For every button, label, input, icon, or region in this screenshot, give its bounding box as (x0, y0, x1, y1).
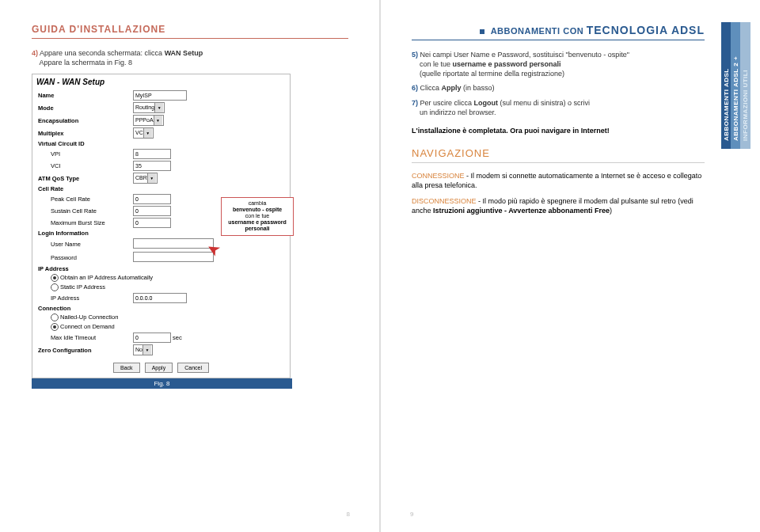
radio-nailed[interactable] (51, 314, 59, 321)
radio-static[interactable] (51, 283, 59, 291)
step6-a: Clicca (420, 84, 442, 92)
input-idle[interactable]: 0 (133, 332, 171, 343)
connessione-para: CONNESSIONE - Il modem si connette autom… (412, 171, 705, 190)
lbl-zero: Zero Configuration (36, 344, 131, 356)
lbl-static: Static IP Address (60, 283, 105, 291)
lbl-cellrate: Cell Rate (36, 184, 286, 193)
step7-b: Logout (474, 99, 499, 107)
step4-bold: WAN Setup (165, 49, 203, 57)
lbl-name: Name (36, 89, 131, 101)
disconnessione-bold: Istruzioni aggiuntive - Avvertenze abbon… (433, 207, 610, 215)
step-6: 6) Clicca Apply (in basso) (412, 83, 705, 93)
step7-a: Per uscire clicca (420, 99, 474, 107)
input-peak[interactable]: 0 (133, 194, 171, 204)
lbl-ipfield: IP Address (36, 292, 131, 304)
disconnessione-end: ) (610, 207, 612, 215)
square-icon (480, 29, 484, 34)
left-page: GUIDA D'INSTALLAZIONE 4) Appare una seco… (0, 0, 380, 532)
wan-setup-screenshot: WAN - WAN Setup Name MyISP Mode Routing … (32, 74, 291, 378)
cancel-button[interactable]: Cancel (177, 363, 209, 373)
input-ip[interactable]: 0.0.0.0 (133, 293, 187, 303)
lbl-mode: Mode (36, 101, 131, 114)
step4-number: 4) (32, 49, 38, 57)
select-atm[interactable]: CBR (133, 173, 158, 184)
lbl-encap: Encapsulation (36, 114, 131, 127)
lbl-nailed: Nailed-Up Connection (60, 314, 118, 321)
wan-title: WAN - WAN Setup (32, 74, 290, 88)
input-sustain[interactable]: 0 (133, 206, 171, 216)
connessione-label: CONNESSIONE (412, 172, 465, 180)
lbl-conn: Connection (36, 304, 286, 313)
step5-l1: Nei campi User Name e Password, sostitui… (420, 51, 630, 59)
lbl-ipaddr: IP Address (36, 264, 286, 273)
lbl-peak: Peak Cell Rate (36, 193, 131, 205)
lbl-vpi: VPI (36, 148, 131, 160)
step7-number: 7) (412, 99, 418, 107)
lbl-atm: ATM QoS Type (36, 172, 131, 184)
input-maxburst[interactable]: 0 (133, 218, 171, 228)
side-tabs: ABBONAMENTI ADSL ABBONAMENTI ADSL 2 + IN… (719, 0, 760, 532)
disconnessione-para: DISCONNESSIONE - Il modo più rapido è sp… (412, 196, 705, 215)
lbl-multi: Multiplex (36, 127, 131, 139)
right-header-pre: ABBONAMENTI CON (491, 26, 587, 36)
tab-info[interactable]: INFORMAZIONI UTILI (740, 22, 750, 149)
page-number-left: 8 (347, 511, 350, 518)
input-vpi[interactable]: 8 (133, 149, 171, 159)
right-page: ABBONAMENTI CON TECNOLOGIA ADSL 5) Nei c… (380, 0, 760, 532)
right-header: ABBONAMENTI CON TECNOLOGIA ADSL (412, 24, 705, 40)
step7-d: un indirizzo nel browser. (420, 108, 496, 116)
step7-c: (sul menu di sinistra) o scrivi (498, 99, 590, 107)
step6-c: (in basso) (462, 84, 495, 92)
lbl-idle: Max Idle Timeout (36, 332, 131, 344)
right-header-big: TECNOLOGIA ADSL (587, 24, 705, 36)
navigation-title: NAVIGAZIONE (412, 147, 705, 163)
lbl-vci: VCI (36, 160, 131, 172)
step5-l2a: con le tue (420, 60, 453, 68)
input-user[interactable] (133, 238, 214, 249)
install-complete: L'installazione è completata. Ora puoi n… (412, 127, 705, 135)
select-encap[interactable]: PPPoA (133, 115, 164, 126)
input-name[interactable]: MyISP (133, 90, 187, 101)
lbl-vcid: Virtual Circuit ID (36, 139, 286, 148)
select-zero[interactable]: No (133, 344, 153, 355)
step5-l2b: username e password personali (453, 60, 561, 68)
step4-text2: Appare la schermata in Fig. 8 (40, 59, 133, 66)
step4-text1: Appare una seconda schermata: clicca (40, 49, 165, 57)
step6-number: 6) (412, 84, 418, 92)
step5-number: 5) (412, 51, 418, 59)
lbl-sustain: Sustain Cell Rate (36, 205, 131, 217)
lbl-sec: sec (173, 334, 182, 341)
radio-demand[interactable] (51, 323, 59, 331)
lbl-user: User Name (36, 238, 131, 251)
lbl-obtain: Obtain an IP Address Automatically (60, 274, 153, 281)
callout-box: cambiabenvenuto - ospitecon le tueuserna… (221, 197, 294, 235)
step5-l3: (quelle riportate al termine della regis… (420, 70, 564, 78)
two-page-spread: GUIDA D'INSTALLAZIONE 4) Appare una seco… (0, 0, 760, 532)
select-multi[interactable]: VC (133, 127, 154, 139)
step-5: 5) Nei campi User Name e Password, sosti… (412, 50, 705, 78)
back-button[interactable]: Back (113, 363, 140, 373)
step-7: 7) Per uscire clicca Logout (sul menu di… (412, 98, 705, 117)
input-pass[interactable] (133, 252, 214, 262)
disconnessione-label: DISCONNESSIONE (412, 197, 477, 205)
lbl-pass: Password (36, 251, 131, 264)
step6-b: Apply (442, 84, 462, 92)
left-header: GUIDA D'INSTALLAZIONE (32, 24, 348, 39)
step-4: 4) Appare una seconda schermata: clicca … (32, 48, 348, 67)
page-number-right: 9 (410, 511, 413, 518)
figure-caption: Fig. 8 (32, 378, 292, 389)
lbl-demand: Connect on Demand (60, 323, 115, 330)
select-mode[interactable]: Routing (133, 102, 165, 113)
apply-button[interactable]: Apply (145, 363, 173, 373)
lbl-maxburst: Maximum Burst Size (36, 217, 131, 229)
radio-obtain[interactable] (51, 274, 59, 282)
input-vci[interactable]: 35 (133, 161, 171, 171)
